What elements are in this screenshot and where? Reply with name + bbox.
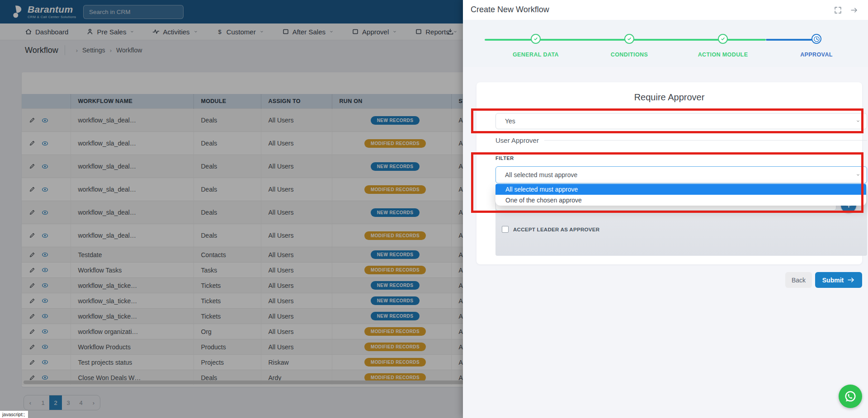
step-circle[interactable] bbox=[811, 34, 821, 44]
browser-status-tooltip: javascript:; bbox=[0, 410, 28, 418]
drawer-title: Create New Workflow bbox=[471, 5, 549, 14]
annotation-box-filter bbox=[471, 152, 863, 213]
clock-icon bbox=[813, 36, 820, 42]
drawer-header: Create New Workflow bbox=[463, 0, 868, 20]
step-circle[interactable] bbox=[531, 34, 541, 44]
step-label: CONDITIONS bbox=[593, 52, 665, 58]
whatsapp-chat-button[interactable] bbox=[839, 385, 862, 408]
back-button[interactable]: Back bbox=[785, 272, 812, 288]
step-circle[interactable] bbox=[624, 34, 634, 44]
accept-leader-checkbox-row[interactable]: ACCEPT LEADER AS APPROVER bbox=[502, 226, 599, 233]
step-circle[interactable] bbox=[718, 34, 728, 44]
stepper-line-blue bbox=[766, 39, 816, 41]
checkbox-label: ACCEPT LEADER AS APPROVER bbox=[513, 227, 599, 232]
user-approver-label: User Approver bbox=[495, 136, 539, 144]
arrow-right-icon bbox=[847, 276, 855, 284]
check-icon bbox=[533, 36, 539, 42]
step-label: ACTION MODULE bbox=[687, 52, 759, 58]
submit-button[interactable]: Submit bbox=[815, 272, 862, 288]
whatsapp-icon bbox=[844, 390, 857, 403]
check-icon bbox=[626, 36, 632, 42]
divider bbox=[544, 140, 867, 141]
annotation-box-require-approver bbox=[471, 108, 863, 133]
checkbox[interactable] bbox=[502, 226, 509, 233]
expand-fullscreen-icon[interactable] bbox=[834, 6, 842, 14]
check-icon bbox=[720, 36, 726, 42]
step-label: GENERAL DATA bbox=[500, 52, 572, 58]
collapse-arrow-icon[interactable] bbox=[850, 6, 858, 14]
step-label: APPROVAL bbox=[780, 52, 853, 58]
workflow-stepper: GENERAL DATA CONDITIONS ACTION MODULE AP… bbox=[463, 20, 868, 67]
require-approver-heading: Require Approver bbox=[476, 92, 862, 103]
